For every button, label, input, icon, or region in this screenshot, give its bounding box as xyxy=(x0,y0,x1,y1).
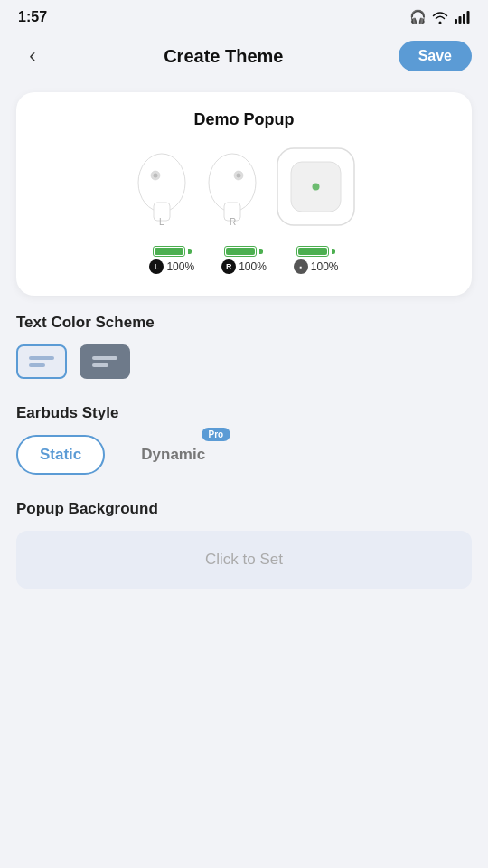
svg-point-13 xyxy=(236,174,240,178)
svg-rect-1 xyxy=(459,16,462,24)
earbuds-style-section: Earbuds Style Static Pro Dynamic xyxy=(16,404,472,475)
battery-left: L 100% xyxy=(149,246,194,274)
dark-scheme-lines xyxy=(92,356,117,367)
demo-card: Demo Popup L R xyxy=(16,92,472,296)
popup-bg-placeholder: Click to Set xyxy=(205,551,283,569)
color-scheme-row xyxy=(16,344,472,379)
battery-percent-case: 100% xyxy=(311,260,339,273)
earbuds-container: L R xyxy=(130,144,359,230)
svg-text:R: R xyxy=(230,217,236,227)
battery-bar-case xyxy=(296,246,335,257)
pro-badge: Pro xyxy=(202,428,231,441)
svg-point-16 xyxy=(312,184,319,191)
earbuds-style-label: Earbuds Style xyxy=(16,404,472,422)
dark-line-1 xyxy=(92,356,117,360)
status-bar: 1:57 🎧 xyxy=(0,0,488,31)
battery-bar-left xyxy=(153,246,192,257)
status-icons: 🎧 xyxy=(409,9,470,25)
svg-rect-2 xyxy=(463,14,465,24)
signal-icon xyxy=(454,11,470,24)
back-arrow-icon: ‹ xyxy=(29,44,35,68)
battery-case: ▪ 100% xyxy=(294,246,339,274)
right-icon: R xyxy=(221,259,236,274)
text-color-scheme-section: Text Color Scheme xyxy=(16,314,472,379)
battery-label-case: ▪ 100% xyxy=(294,259,339,274)
svg-point-8 xyxy=(153,174,157,178)
light-scheme-lines xyxy=(29,356,54,367)
light-line-2 xyxy=(29,363,45,367)
svg-rect-3 xyxy=(467,11,470,24)
svg-rect-0 xyxy=(455,19,457,24)
save-button[interactable]: Save xyxy=(399,41,472,71)
headphone-icon: 🎧 xyxy=(409,9,427,25)
text-color-scheme-label: Text Color Scheme xyxy=(16,314,472,332)
dark-line-2 xyxy=(92,363,108,367)
popup-background-label: Popup Background xyxy=(16,500,472,518)
style-static[interactable]: Static xyxy=(16,435,105,475)
wifi-icon xyxy=(432,11,448,24)
left-icon: L xyxy=(149,259,164,274)
status-time: 1:57 xyxy=(18,9,47,25)
earbuds-pair: L R xyxy=(130,148,264,230)
battery-right: R 100% xyxy=(221,246,267,274)
style-static-label: Static xyxy=(40,446,81,463)
demo-title: Demo Popup xyxy=(194,110,295,129)
earbuds-images: L R xyxy=(130,148,264,230)
battery-bar-right xyxy=(224,246,263,257)
left-earbud-icon: L xyxy=(130,148,193,230)
style-row: Static Pro Dynamic xyxy=(16,435,472,475)
battery-label-left: L 100% xyxy=(149,259,194,274)
color-scheme-light[interactable] xyxy=(16,344,67,379)
case-icon-label: ▪ xyxy=(294,259,308,274)
popup-background-section: Popup Background Click to Set xyxy=(16,500,472,589)
right-earbud-icon: R xyxy=(201,148,264,230)
battery-percent-left: 100% xyxy=(166,260,194,273)
light-line-1 xyxy=(29,356,54,360)
header: ‹ Create Theme Save xyxy=(0,31,488,85)
battery-label-right: R 100% xyxy=(221,259,267,274)
style-dynamic[interactable]: Pro Dynamic xyxy=(117,435,229,475)
battery-percent-right: 100% xyxy=(239,260,267,273)
svg-text:L: L xyxy=(159,217,164,227)
popup-background-picker[interactable]: Click to Set xyxy=(16,531,472,589)
back-button[interactable]: ‹ xyxy=(16,40,49,72)
color-scheme-dark[interactable] xyxy=(80,344,130,379)
case-icon xyxy=(273,144,359,230)
page-title: Create Theme xyxy=(49,46,399,67)
battery-row: L 100% R 100% ▪ 100% xyxy=(149,246,338,274)
style-dynamic-label: Dynamic xyxy=(141,446,205,463)
content-area: Text Color Scheme Earbuds Style Static xyxy=(0,314,488,589)
